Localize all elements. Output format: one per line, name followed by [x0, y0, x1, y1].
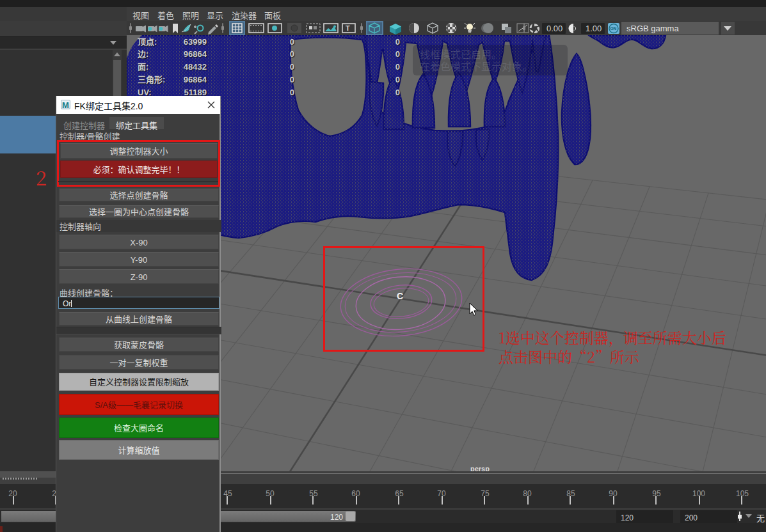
svg-text:1.00: 1.00 — [586, 24, 602, 33]
svg-text:T: T — [346, 24, 350, 32]
svg-text:ON: ON — [610, 26, 617, 31]
svg-text:sRGB gamma: sRGB gamma — [626, 24, 679, 33]
svg-text:0.00: 0.00 — [547, 24, 563, 33]
